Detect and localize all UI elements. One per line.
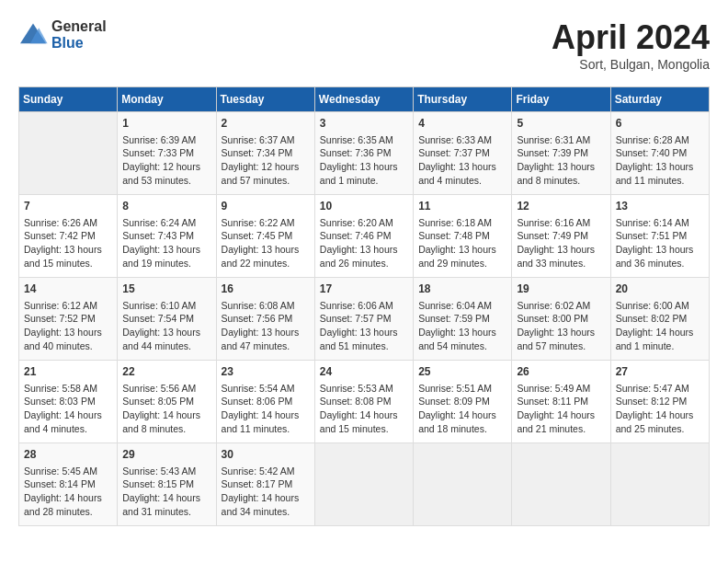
day-info: Sunrise: 6:37 AM Sunset: 7:34 PM Dayligh… <box>222 133 310 188</box>
calendar-week-row: 21Sunrise: 5:58 AM Sunset: 8:03 PM Dayli… <box>19 361 710 443</box>
calendar-cell: 16Sunrise: 6:08 AM Sunset: 7:56 PM Dayli… <box>216 278 314 361</box>
calendar-cell: 6Sunrise: 6:28 AM Sunset: 7:40 PM Daylig… <box>610 112 709 195</box>
day-info: Sunrise: 6:31 AM Sunset: 7:39 PM Dayligh… <box>517 133 605 188</box>
day-number: 6 <box>616 116 704 132</box>
calendar-cell <box>314 443 413 526</box>
calendar-cell: 10Sunrise: 6:20 AM Sunset: 7:46 PM Dayli… <box>314 195 413 278</box>
day-number: 7 <box>24 199 112 214</box>
calendar-week-row: 28Sunrise: 5:45 AM Sunset: 8:14 PM Dayli… <box>19 443 710 526</box>
day-info: Sunrise: 6:14 AM Sunset: 7:51 PM Dayligh… <box>616 216 704 270</box>
calendar-cell: 8Sunrise: 6:24 AM Sunset: 7:43 PM Daylig… <box>118 195 216 278</box>
day-number: 15 <box>122 282 210 297</box>
calendar-week-row: 14Sunrise: 6:12 AM Sunset: 7:52 PM Dayli… <box>19 278 710 361</box>
day-number: 4 <box>418 116 506 132</box>
calendar-cell: 29Sunrise: 5:43 AM Sunset: 8:15 PM Dayli… <box>118 443 216 526</box>
calendar-cell <box>414 443 512 526</box>
day-info: Sunrise: 6:10 AM Sunset: 7:54 PM Dayligh… <box>122 299 210 353</box>
day-info: Sunrise: 6:39 AM Sunset: 7:33 PM Dayligh… <box>122 133 210 188</box>
day-number: 19 <box>517 282 605 297</box>
calendar-cell: 21Sunrise: 5:58 AM Sunset: 8:03 PM Dayli… <box>19 361 118 443</box>
logo-icon <box>18 22 48 48</box>
column-header-wednesday: Wednesday <box>314 87 413 112</box>
day-info: Sunrise: 6:18 AM Sunset: 7:48 PM Dayligh… <box>418 216 506 270</box>
day-number: 3 <box>320 116 408 132</box>
day-number: 26 <box>517 364 605 380</box>
calendar-week-row: 1Sunrise: 6:39 AM Sunset: 7:33 PM Daylig… <box>19 112 710 195</box>
page-header: General Blue April 2024 Sort, Bulgan, Mo… <box>18 18 710 72</box>
day-number: 20 <box>616 282 704 297</box>
calendar-cell: 22Sunrise: 5:56 AM Sunset: 8:05 PM Dayli… <box>118 361 216 443</box>
calendar-table: SundayMondayTuesdayWednesdayThursdayFrid… <box>18 86 710 526</box>
logo-general: General <box>51 18 107 35</box>
calendar-cell: 9Sunrise: 6:22 AM Sunset: 7:45 PM Daylig… <box>216 195 314 278</box>
day-number: 9 <box>222 199 310 214</box>
day-info: Sunrise: 6:16 AM Sunset: 7:49 PM Dayligh… <box>517 216 605 270</box>
day-number: 14 <box>24 282 112 297</box>
day-number: 5 <box>517 116 605 132</box>
calendar-header-row: SundayMondayTuesdayWednesdayThursdayFrid… <box>19 87 710 112</box>
calendar-cell: 19Sunrise: 6:02 AM Sunset: 8:00 PM Dayli… <box>512 278 610 361</box>
calendar-cell: 7Sunrise: 6:26 AM Sunset: 7:42 PM Daylig… <box>19 195 118 278</box>
calendar-cell <box>19 112 118 195</box>
calendar-cell: 5Sunrise: 6:31 AM Sunset: 7:39 PM Daylig… <box>512 112 610 195</box>
calendar-cell: 17Sunrise: 6:06 AM Sunset: 7:57 PM Dayli… <box>314 278 413 361</box>
calendar-cell: 4Sunrise: 6:33 AM Sunset: 7:37 PM Daylig… <box>414 112 512 195</box>
calendar-cell <box>512 443 610 526</box>
day-info: Sunrise: 5:58 AM Sunset: 8:03 PM Dayligh… <box>24 382 112 436</box>
logo-text: General Blue <box>51 18 107 51</box>
location: Sort, Bulgan, Mongolia <box>552 57 710 72</box>
logo: General Blue <box>18 18 107 51</box>
day-info: Sunrise: 6:26 AM Sunset: 7:42 PM Dayligh… <box>24 216 112 270</box>
calendar-cell: 2Sunrise: 6:37 AM Sunset: 7:34 PM Daylig… <box>216 112 314 195</box>
day-info: Sunrise: 5:45 AM Sunset: 8:14 PM Dayligh… <box>24 465 112 519</box>
day-number: 10 <box>320 199 408 214</box>
day-number: 27 <box>616 364 704 380</box>
day-info: Sunrise: 5:53 AM Sunset: 8:08 PM Dayligh… <box>320 382 408 436</box>
calendar-cell: 3Sunrise: 6:35 AM Sunset: 7:36 PM Daylig… <box>314 112 413 195</box>
calendar-cell: 1Sunrise: 6:39 AM Sunset: 7:33 PM Daylig… <box>118 112 216 195</box>
day-info: Sunrise: 6:04 AM Sunset: 7:59 PM Dayligh… <box>418 299 506 353</box>
day-info: Sunrise: 6:06 AM Sunset: 7:57 PM Dayligh… <box>320 299 408 353</box>
calendar-cell: 12Sunrise: 6:16 AM Sunset: 7:49 PM Dayli… <box>512 195 610 278</box>
column-header-sunday: Sunday <box>19 87 118 112</box>
day-info: Sunrise: 5:51 AM Sunset: 8:09 PM Dayligh… <box>418 382 506 436</box>
column-header-tuesday: Tuesday <box>216 87 314 112</box>
day-info: Sunrise: 6:22 AM Sunset: 7:45 PM Dayligh… <box>222 216 310 270</box>
day-number: 13 <box>616 199 704 214</box>
day-number: 30 <box>222 447 310 463</box>
title-block: April 2024 Sort, Bulgan, Mongolia <box>552 18 710 72</box>
calendar-cell <box>610 443 709 526</box>
day-number: 22 <box>122 364 210 380</box>
day-info: Sunrise: 5:43 AM Sunset: 8:15 PM Dayligh… <box>122 465 210 519</box>
calendar-cell: 18Sunrise: 6:04 AM Sunset: 7:59 PM Dayli… <box>414 278 512 361</box>
column-header-thursday: Thursday <box>414 87 512 112</box>
calendar-cell: 15Sunrise: 6:10 AM Sunset: 7:54 PM Dayli… <box>118 278 216 361</box>
column-header-monday: Monday <box>118 87 216 112</box>
calendar-cell: 28Sunrise: 5:45 AM Sunset: 8:14 PM Dayli… <box>19 443 118 526</box>
logo-blue: Blue <box>51 35 107 52</box>
day-number: 8 <box>122 199 210 214</box>
day-number: 17 <box>320 282 408 297</box>
day-info: Sunrise: 6:00 AM Sunset: 8:02 PM Dayligh… <box>616 299 704 353</box>
calendar-cell: 27Sunrise: 5:47 AM Sunset: 8:12 PM Dayli… <box>610 361 709 443</box>
calendar-body: 1Sunrise: 6:39 AM Sunset: 7:33 PM Daylig… <box>19 112 710 526</box>
day-number: 2 <box>222 116 310 132</box>
day-info: Sunrise: 5:47 AM Sunset: 8:12 PM Dayligh… <box>616 382 704 436</box>
day-info: Sunrise: 5:56 AM Sunset: 8:05 PM Dayligh… <box>122 382 210 436</box>
day-info: Sunrise: 5:54 AM Sunset: 8:06 PM Dayligh… <box>222 382 310 436</box>
calendar-cell: 23Sunrise: 5:54 AM Sunset: 8:06 PM Dayli… <box>216 361 314 443</box>
day-info: Sunrise: 6:08 AM Sunset: 7:56 PM Dayligh… <box>222 299 310 353</box>
day-number: 29 <box>122 447 210 463</box>
day-number: 18 <box>418 282 506 297</box>
calendar-cell: 13Sunrise: 6:14 AM Sunset: 7:51 PM Dayli… <box>610 195 709 278</box>
day-info: Sunrise: 6:20 AM Sunset: 7:46 PM Dayligh… <box>320 216 408 270</box>
day-info: Sunrise: 6:24 AM Sunset: 7:43 PM Dayligh… <box>122 216 210 270</box>
day-number: 11 <box>418 199 506 214</box>
calendar-cell: 30Sunrise: 5:42 AM Sunset: 8:17 PM Dayli… <box>216 443 314 526</box>
day-info: Sunrise: 6:12 AM Sunset: 7:52 PM Dayligh… <box>24 299 112 353</box>
day-number: 24 <box>320 364 408 380</box>
calendar-cell: 14Sunrise: 6:12 AM Sunset: 7:52 PM Dayli… <box>19 278 118 361</box>
day-info: Sunrise: 6:35 AM Sunset: 7:36 PM Dayligh… <box>320 133 408 188</box>
day-number: 25 <box>418 364 506 380</box>
calendar-cell: 20Sunrise: 6:00 AM Sunset: 8:02 PM Dayli… <box>610 278 709 361</box>
